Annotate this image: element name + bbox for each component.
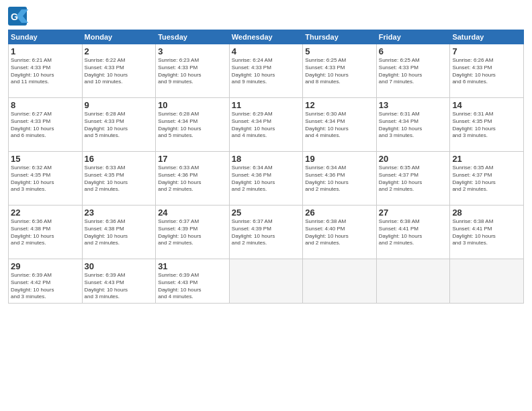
day-info: Sunrise: 6:29 AM Sunset: 4:34 PM Dayligh… [232, 111, 301, 140]
day-number: 9 [85, 100, 154, 110]
day-info: Sunrise: 6:37 AM Sunset: 4:39 PM Dayligh… [232, 218, 301, 247]
calendar-cell: 17Sunrise: 6:33 AM Sunset: 4:36 PM Dayli… [156, 152, 230, 205]
logo-icon: G [8, 7, 28, 26]
calendar-cell: 23Sunrise: 6:36 AM Sunset: 4:38 PM Dayli… [82, 205, 156, 259]
day-info: Sunrise: 6:31 AM Sunset: 4:35 PM Dayligh… [452, 111, 521, 140]
day-number: 25 [232, 208, 301, 218]
day-number: 14 [452, 100, 521, 110]
day-info: Sunrise: 6:26 AM Sunset: 4:33 PM Dayligh… [452, 57, 521, 86]
day-number: 13 [379, 100, 448, 110]
calendar-cell: 7Sunrise: 6:26 AM Sunset: 4:33 PM Daylig… [450, 44, 524, 98]
day-number: 22 [11, 208, 80, 218]
day-info: Sunrise: 6:32 AM Sunset: 4:35 PM Dayligh… [11, 165, 80, 193]
day-info: Sunrise: 6:38 AM Sunset: 4:41 PM Dayligh… [452, 218, 521, 247]
day-number: 29 [11, 261, 80, 271]
day-number: 4 [232, 46, 301, 56]
day-info: Sunrise: 6:34 AM Sunset: 4:36 PM Dayligh… [232, 165, 301, 193]
calendar-cell: 2Sunrise: 6:22 AM Sunset: 4:33 PM Daylig… [82, 44, 156, 98]
header-sunday: Sunday [9, 30, 83, 44]
calendar-cell: 31Sunrise: 6:39 AM Sunset: 4:43 PM Dayli… [156, 259, 230, 304]
calendar-cell [376, 259, 450, 304]
calendar-cell: 1Sunrise: 6:21 AM Sunset: 4:33 PM Daylig… [9, 44, 83, 98]
day-info: Sunrise: 6:22 AM Sunset: 4:33 PM Dayligh… [85, 57, 154, 86]
day-number: 10 [158, 100, 227, 110]
svg-text:G: G [11, 11, 18, 22]
calendar-cell: 19Sunrise: 6:34 AM Sunset: 4:36 PM Dayli… [303, 152, 377, 205]
day-info: Sunrise: 6:39 AM Sunset: 4:42 PM Dayligh… [11, 272, 80, 301]
day-number: 3 [158, 46, 227, 56]
calendar-cell: 27Sunrise: 6:38 AM Sunset: 4:41 PM Dayli… [376, 205, 450, 259]
calendar-cell: 5Sunrise: 6:25 AM Sunset: 4:33 PM Daylig… [303, 44, 377, 98]
day-info: Sunrise: 6:23 AM Sunset: 4:33 PM Dayligh… [158, 57, 227, 86]
day-info: Sunrise: 6:33 AM Sunset: 4:35 PM Dayligh… [85, 165, 154, 193]
calendar-cell: 22Sunrise: 6:36 AM Sunset: 4:38 PM Dayli… [9, 205, 83, 259]
calendar-cell [303, 259, 377, 304]
calendar-cell: 11Sunrise: 6:29 AM Sunset: 4:34 PM Dayli… [229, 98, 303, 152]
day-info: Sunrise: 6:36 AM Sunset: 4:38 PM Dayligh… [11, 218, 80, 247]
day-number: 8 [11, 100, 80, 110]
page-header: G [8, 7, 524, 26]
header-saturday: Saturday [450, 30, 524, 44]
day-number: 7 [452, 46, 521, 56]
day-info: Sunrise: 6:35 AM Sunset: 4:37 PM Dayligh… [379, 165, 448, 193]
calendar-cell: 14Sunrise: 6:31 AM Sunset: 4:35 PM Dayli… [450, 98, 524, 152]
day-number: 18 [232, 154, 301, 164]
calendar-cell: 4Sunrise: 6:24 AM Sunset: 4:33 PM Daylig… [229, 44, 303, 98]
day-number: 19 [305, 154, 374, 164]
day-info: Sunrise: 6:37 AM Sunset: 4:39 PM Dayligh… [158, 218, 227, 247]
week-row-2: 15Sunrise: 6:32 AM Sunset: 4:35 PM Dayli… [9, 152, 524, 205]
day-info: Sunrise: 6:35 AM Sunset: 4:37 PM Dayligh… [452, 165, 521, 193]
day-number: 2 [85, 46, 154, 56]
calendar-table: SundayMondayTuesdayWednesdayThursdayFrid… [8, 30, 524, 304]
day-info: Sunrise: 6:25 AM Sunset: 4:33 PM Dayligh… [305, 57, 374, 86]
day-info: Sunrise: 6:34 AM Sunset: 4:36 PM Dayligh… [305, 165, 374, 193]
header-thursday: Thursday [303, 30, 377, 44]
day-info: Sunrise: 6:38 AM Sunset: 4:40 PM Dayligh… [305, 218, 374, 247]
day-number: 15 [11, 154, 80, 164]
day-info: Sunrise: 6:39 AM Sunset: 4:43 PM Dayligh… [158, 272, 227, 301]
day-number: 26 [305, 208, 374, 218]
day-number: 30 [85, 261, 154, 271]
day-info: Sunrise: 6:36 AM Sunset: 4:38 PM Dayligh… [85, 218, 154, 247]
calendar-cell: 20Sunrise: 6:35 AM Sunset: 4:37 PM Dayli… [376, 152, 450, 205]
calendar-cell [450, 259, 524, 304]
calendar-cell: 30Sunrise: 6:39 AM Sunset: 4:43 PM Dayli… [82, 259, 156, 304]
calendar-cell: 26Sunrise: 6:38 AM Sunset: 4:40 PM Dayli… [303, 205, 377, 259]
logo: G [8, 7, 30, 26]
day-number: 28 [452, 208, 521, 218]
day-info: Sunrise: 6:28 AM Sunset: 4:34 PM Dayligh… [158, 111, 227, 140]
day-info: Sunrise: 6:28 AM Sunset: 4:33 PM Dayligh… [85, 111, 154, 140]
calendar-header-row: SundayMondayTuesdayWednesdayThursdayFrid… [9, 30, 524, 44]
calendar-cell: 21Sunrise: 6:35 AM Sunset: 4:37 PM Dayli… [450, 152, 524, 205]
calendar-cell: 3Sunrise: 6:23 AM Sunset: 4:33 PM Daylig… [156, 44, 230, 98]
day-number: 27 [379, 208, 448, 218]
page-container: G SundayMondayTuesdayWednesdayThursdayFr… [0, 0, 532, 310]
calendar-cell: 6Sunrise: 6:25 AM Sunset: 4:33 PM Daylig… [376, 44, 450, 98]
day-number: 12 [305, 100, 374, 110]
calendar-cell: 10Sunrise: 6:28 AM Sunset: 4:34 PM Dayli… [156, 98, 230, 152]
calendar-cell: 29Sunrise: 6:39 AM Sunset: 4:42 PM Dayli… [9, 259, 83, 304]
week-row-4: 29Sunrise: 6:39 AM Sunset: 4:42 PM Dayli… [9, 259, 524, 304]
day-number: 16 [85, 154, 154, 164]
day-info: Sunrise: 6:30 AM Sunset: 4:34 PM Dayligh… [305, 111, 374, 140]
day-info: Sunrise: 6:24 AM Sunset: 4:33 PM Dayligh… [232, 57, 301, 86]
calendar-cell: 28Sunrise: 6:38 AM Sunset: 4:41 PM Dayli… [450, 205, 524, 259]
day-info: Sunrise: 6:39 AM Sunset: 4:43 PM Dayligh… [85, 272, 154, 301]
calendar-cell: 9Sunrise: 6:28 AM Sunset: 4:33 PM Daylig… [82, 98, 156, 152]
day-number: 5 [305, 46, 374, 56]
day-number: 31 [158, 261, 227, 271]
week-row-1: 8Sunrise: 6:27 AM Sunset: 4:33 PM Daylig… [9, 98, 524, 152]
calendar-cell: 15Sunrise: 6:32 AM Sunset: 4:35 PM Dayli… [9, 152, 83, 205]
day-info: Sunrise: 6:27 AM Sunset: 4:33 PM Dayligh… [11, 111, 80, 140]
day-info: Sunrise: 6:31 AM Sunset: 4:34 PM Dayligh… [379, 111, 448, 140]
day-number: 6 [379, 46, 448, 56]
week-row-3: 22Sunrise: 6:36 AM Sunset: 4:38 PM Dayli… [9, 205, 524, 259]
calendar-cell: 25Sunrise: 6:37 AM Sunset: 4:39 PM Dayli… [229, 205, 303, 259]
calendar-cell: 24Sunrise: 6:37 AM Sunset: 4:39 PM Dayli… [156, 205, 230, 259]
day-info: Sunrise: 6:38 AM Sunset: 4:41 PM Dayligh… [379, 218, 448, 247]
header-friday: Friday [376, 30, 450, 44]
calendar-cell: 13Sunrise: 6:31 AM Sunset: 4:34 PM Dayli… [376, 98, 450, 152]
header-tuesday: Tuesday [156, 30, 230, 44]
calendar-body: 1Sunrise: 6:21 AM Sunset: 4:33 PM Daylig… [9, 44, 524, 304]
day-number: 20 [379, 154, 448, 164]
